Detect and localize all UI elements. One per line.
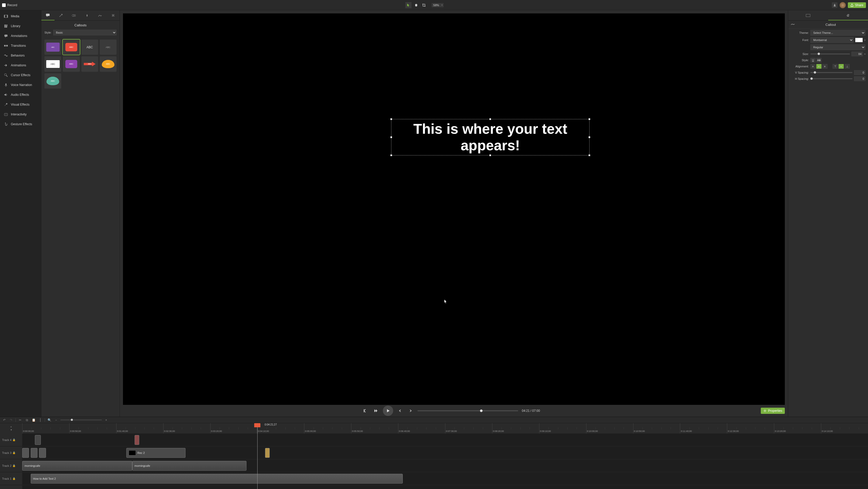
resize-handle[interactable] [390, 118, 392, 120]
resize-handle[interactable] [390, 154, 392, 156]
sidebar-item-annotations[interactable]: Annotations [0, 31, 41, 41]
prev-frame-button[interactable] [397, 408, 404, 414]
resize-handle[interactable] [489, 118, 491, 120]
vspacing-slider[interactable] [810, 72, 852, 73]
resize-handle[interactable] [390, 136, 392, 138]
callouts-style-select[interactable]: Basic [53, 30, 117, 35]
clip[interactable] [35, 435, 41, 445]
resize-handle[interactable] [588, 118, 590, 120]
callout-preset-5[interactable]: ABC [44, 56, 61, 71]
split-button[interactable]: ⎮ [38, 418, 43, 422]
sidebar-item-library[interactable]: Library [0, 21, 41, 31]
props-back-button[interactable] [791, 23, 796, 26]
properties-button[interactable]: Properties [761, 408, 785, 414]
strikethrough-button[interactable]: AB [816, 58, 822, 63]
annotation-tab-callouts[interactable] [41, 10, 55, 21]
paste-button[interactable]: 📋 [31, 418, 36, 422]
tl-zoom-in[interactable]: + [104, 418, 108, 422]
annotation-tab-arrows[interactable] [55, 10, 68, 21]
props-tab-text[interactable]: a [828, 10, 868, 21]
canvas-text-callout[interactable]: This is where your text appears! [391, 119, 590, 156]
forward-end-button[interactable] [373, 408, 379, 414]
expand-tracks-button[interactable]: ▾ [9, 429, 13, 431]
resize-handle[interactable] [489, 154, 491, 156]
redo-button[interactable]: ↷ [9, 418, 13, 422]
font-select[interactable]: Montserrat [810, 37, 854, 43]
lock-icon[interactable]: 🔒 [12, 477, 16, 480]
props-tab-video[interactable] [788, 10, 828, 21]
tracks-area[interactable]: Rec 2 morningcafe morningcafe How to Add… [22, 433, 868, 489]
size-input[interactable] [851, 52, 863, 56]
tl-zoom-out[interactable]: − [54, 418, 58, 422]
callout-preset-9[interactable]: ABC [44, 73, 61, 89]
resize-handle[interactable] [588, 136, 590, 138]
annotation-tab-keystroke[interactable]: ⌘ [107, 10, 120, 21]
track-header-2[interactable]: Track 2🔒 [0, 459, 22, 472]
callout-preset-7[interactable]: ABC [82, 56, 98, 71]
clip-rec2[interactable]: Rec 2 [126, 448, 185, 458]
font-weight-select[interactable]: Regular [810, 44, 865, 50]
sidebar-item-visual-effects[interactable]: Visual Effects [0, 100, 41, 109]
align-left-button[interactable]: ≡ [810, 64, 815, 69]
clip-howto[interactable]: How to Add Text 2 [31, 474, 403, 484]
copy-button[interactable]: ⧉ [25, 418, 29, 422]
callout-preset-1[interactable]: ABC [44, 39, 61, 55]
track-header-4[interactable]: Track 4🔒 [0, 433, 22, 447]
sidebar-item-audio-effects[interactable]: Audio Effects [0, 90, 41, 100]
hand-tool[interactable] [413, 2, 419, 8]
playback-scrubber[interactable] [417, 410, 518, 411]
callout-preset-2[interactable]: ABC [63, 39, 80, 55]
canvas-stage[interactable]: This is where your text appears! [123, 13, 785, 405]
callout-preset-6[interactable]: ABC [63, 56, 80, 71]
clip-marker[interactable] [265, 448, 270, 458]
align-center-button[interactable]: ≡ [816, 64, 822, 69]
sidebar-item-cursor-effects[interactable]: Cursor Effects [0, 70, 41, 80]
valign-bottom-button[interactable]: ⊥ [844, 64, 850, 69]
annotation-tab-shapes[interactable] [67, 10, 81, 21]
cut-button[interactable]: ✂ [18, 418, 23, 422]
download-button[interactable] [832, 2, 838, 8]
record-button[interactable]: Record [2, 3, 17, 7]
clip[interactable] [134, 435, 139, 445]
hspacing-slider[interactable] [810, 78, 852, 79]
callout-preset-3[interactable]: ABC [82, 39, 98, 55]
tl-zoom-slider[interactable] [60, 420, 102, 420]
rewind-button[interactable] [362, 408, 369, 414]
sidebar-item-interactivity[interactable]: Interactivity [0, 109, 41, 119]
annotation-tab-blur[interactable] [81, 10, 94, 21]
font-color-swatch[interactable] [855, 38, 863, 42]
resize-handle[interactable] [588, 154, 590, 156]
clip[interactable] [31, 448, 37, 458]
annotation-tab-motion[interactable] [94, 10, 107, 21]
sidebar-item-animations[interactable]: Animations [0, 60, 41, 70]
undo-button[interactable]: ↶ [2, 418, 7, 422]
sidebar-item-voice-narration[interactable]: Voice Narration [0, 80, 41, 90]
sidebar-item-behaviors[interactable]: Behaviors [0, 51, 41, 60]
add-track-button[interactable]: + [9, 426, 13, 428]
track-header-3[interactable]: Track 3🔒 [0, 447, 22, 459]
callout-preset-4[interactable]: ABC [100, 39, 117, 55]
crop-tool[interactable] [421, 2, 427, 8]
theme-select[interactable]: Select Theme... [810, 30, 865, 36]
share-button[interactable]: Share [848, 2, 866, 8]
hspacing-input[interactable] [854, 76, 865, 81]
clip[interactable] [39, 448, 46, 458]
size-slider[interactable] [810, 54, 850, 55]
sidebar-item-media[interactable]: Media [0, 11, 41, 21]
next-frame-button[interactable] [407, 408, 414, 414]
zoom-select[interactable]: 58% ▾ [432, 3, 443, 7]
user-avatar[interactable] [840, 2, 846, 8]
clip-morningcafe-1[interactable]: morningcafe [22, 461, 132, 471]
align-right-button[interactable]: ≡ [822, 64, 828, 69]
sidebar-item-transitions[interactable]: Transitions [0, 41, 41, 51]
scrubber-thumb[interactable] [480, 410, 483, 412]
valign-middle-button[interactable]: ≡ [839, 64, 844, 69]
valign-top-button[interactable]: ⊤ [833, 64, 838, 69]
lock-icon[interactable]: 🔒 [12, 451, 16, 454]
track-header-1[interactable]: Track 1🔒 [0, 472, 22, 485]
select-tool[interactable] [405, 2, 411, 8]
play-button[interactable] [383, 405, 393, 416]
underline-button[interactable]: U [810, 58, 815, 63]
lock-icon[interactable]: 🔒 [12, 464, 16, 467]
vspacing-input[interactable] [854, 70, 865, 75]
